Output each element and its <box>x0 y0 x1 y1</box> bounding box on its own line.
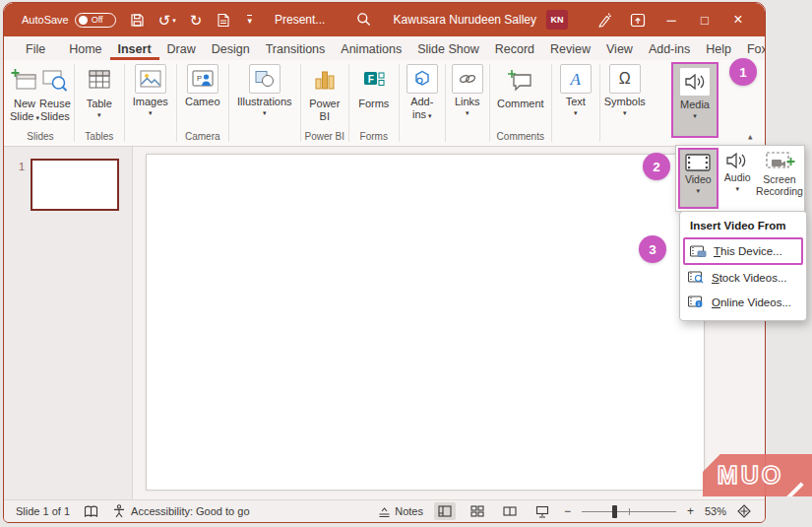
text-icon: A <box>560 64 592 94</box>
add-ins-button[interactable]: Add- ins▾ <box>403 60 442 121</box>
avatar[interactable]: KN <box>546 10 568 30</box>
zoom-slider-thumb[interactable] <box>612 505 617 518</box>
new-slide-button[interactable]: New Slide▾ <box>10 60 39 123</box>
forms-button[interactable]: F Forms <box>352 60 396 110</box>
media-label: Media <box>680 99 710 111</box>
video-device-icon <box>690 245 707 258</box>
zoom-slider[interactable] <box>582 504 676 518</box>
toggle-dot-icon <box>79 16 88 25</box>
menu-item-stock-videos[interactable]: Stock Videos... <box>680 265 806 290</box>
cameo-icon: P <box>187 64 219 94</box>
slide-sorter-view-button[interactable] <box>467 502 488 520</box>
svg-text:F: F <box>368 74 374 85</box>
comment-icon <box>507 64 533 96</box>
tab-record[interactable]: Record <box>487 39 542 60</box>
tab-insert[interactable]: Insert <box>110 39 159 60</box>
zoom-in-button[interactable]: + <box>687 505 694 517</box>
symbols-button[interactable]: Ω Symbols ▾ <box>603 60 647 117</box>
spell-check-icon[interactable] <box>84 505 98 518</box>
audio-label: Audio <box>724 172 751 184</box>
media-dropdown-menu: Video ▾ Audio ▾ Screen Recording <box>675 145 805 212</box>
menu-item-label: Stock Videos... <box>712 272 787 284</box>
reuse-slides-label: Reuse Slides <box>39 98 71 123</box>
links-button[interactable]: Links ▾ <box>449 60 486 117</box>
video-menu-button[interactable]: Video ▾ <box>678 148 718 209</box>
tab-design[interactable]: Design <box>204 39 258 60</box>
text-button[interactable]: A Text ▾ <box>555 60 596 117</box>
tab-draw[interactable]: Draw <box>159 39 204 60</box>
zoom-level[interactable]: 53% <box>705 505 726 517</box>
reading-view-button[interactable] <box>499 502 521 520</box>
slide-thumbnail[interactable] <box>31 159 119 211</box>
cameo-button[interactable]: P Cameo <box>180 60 225 108</box>
notes-toggle[interactable]: Notes <box>378 505 423 518</box>
add-ins-icon <box>406 64 438 94</box>
images-icon <box>135 64 166 94</box>
new-slide-icon <box>11 64 37 96</box>
autosave-state: Off <box>92 15 103 25</box>
group-divider <box>599 64 600 142</box>
slide-canvas[interactable] <box>146 154 705 491</box>
collapse-ribbon-icon[interactable]: ▾ <box>748 133 753 142</box>
step-annotation-1: 1 <box>729 58 757 86</box>
images-button[interactable]: Images ▾ <box>128 60 173 117</box>
tab-animations[interactable]: Animations <box>333 39 409 60</box>
menu-item-this-device[interactable]: This Device... <box>683 237 803 265</box>
zoom-out-button[interactable]: − <box>564 505 571 517</box>
group-divider <box>228 64 229 142</box>
forms-label: Forms <box>358 98 389 110</box>
comment-button[interactable]: Comment <box>493 60 548 110</box>
reuse-slides-button[interactable]: Reuse Slides <box>39 60 71 123</box>
group-tables: Table ▾ Tables <box>78 60 121 146</box>
menu-item-online-videos[interactable]: Online Videos... <box>680 290 806 314</box>
media-button[interactable]: Media ▾ <box>671 62 718 138</box>
tab-file[interactable]: File <box>18 39 53 60</box>
audio-icon <box>725 151 749 170</box>
group-text: A Text ▾ <box>555 60 596 146</box>
ink-pen-icon[interactable] <box>588 12 621 28</box>
group-add-ins: Add- ins▾ <box>403 60 442 146</box>
fit-slide-icon[interactable] <box>737 504 751 518</box>
pdf-stamp-icon[interactable] <box>216 13 231 28</box>
chevron-down-icon[interactable]: ▾ <box>172 17 176 24</box>
screen-recording-menu-button[interactable]: Screen Recording <box>757 148 802 209</box>
normal-view-button[interactable] <box>434 502 456 520</box>
chevron-down-icon: ▾ <box>736 185 740 193</box>
save-icon[interactable] <box>130 13 145 28</box>
redo-icon: ↻ <box>190 13 203 28</box>
tab-home[interactable]: Home <box>61 39 109 60</box>
slide-thumbnail-panel[interactable]: 1 <box>4 147 133 499</box>
group-divider <box>551 64 552 142</box>
tab-help[interactable]: Help <box>698 39 739 60</box>
slide-show-button[interactable] <box>531 502 553 520</box>
quick-access-toolbar: ↺ ▾ ↻ ▾ <box>130 13 252 28</box>
ribbon-display-options-icon[interactable] <box>621 13 655 28</box>
tab-view[interactable]: View <box>598 39 641 60</box>
table-button[interactable]: Table ▾ <box>78 60 121 119</box>
tab-transitions[interactable]: Transitions <box>258 39 334 60</box>
tab-add-ins[interactable]: Add-ins <box>641 39 698 60</box>
tab-review[interactable]: Review <box>542 39 598 60</box>
minimize-button[interactable]: ─ <box>655 14 688 27</box>
tab-foxit-pdf[interactable]: Foxit PDF <box>739 39 766 60</box>
autosave-toggle[interactable]: Off <box>75 13 116 28</box>
tab-slide-show[interactable]: Slide Show <box>409 39 487 60</box>
search-icon[interactable] <box>356 12 371 27</box>
power-bi-button[interactable]: Power BI <box>304 60 345 123</box>
undo-button[interactable]: ↺ ▾ <box>158 13 176 28</box>
redo-button[interactable]: ↻ <box>190 13 203 28</box>
step-annotation-2: 2 <box>643 153 670 180</box>
statusbar-right: Notes <box>378 502 751 520</box>
close-button[interactable]: × <box>721 12 755 28</box>
illustrations-button[interactable]: Illustrations ▾ <box>232 60 297 117</box>
comment-label: Comment <box>497 98 544 110</box>
maximize-button[interactable]: □ <box>688 14 721 27</box>
illustrations-icon <box>249 64 281 94</box>
qat-overflow-button[interactable]: ▾ <box>245 15 252 26</box>
titlebar-right: Kawusara Nurudeen Salley KN ─ □ × <box>394 10 755 30</box>
screen-recording-icon <box>765 151 795 172</box>
group-label-tables: Tables <box>85 130 113 146</box>
audio-menu-button[interactable]: Audio ▾ <box>718 148 757 209</box>
accessibility-status[interactable]: Accessibility: Good to go <box>112 504 249 518</box>
power-bi-label: Power BI <box>309 98 340 123</box>
